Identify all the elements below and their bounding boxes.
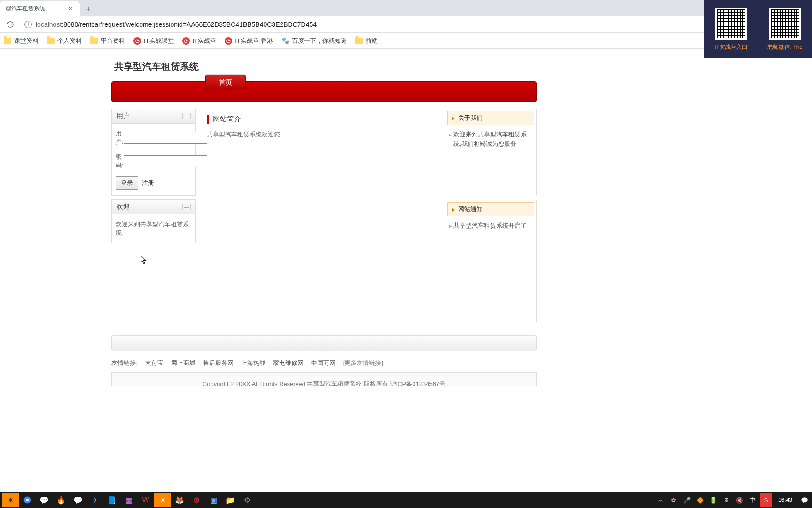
tray-network-icon[interactable]: 🖥 [721,493,732,507]
tray-notifications-icon[interactable]: 💬 [799,493,810,507]
nav-bar [111,81,537,102]
taskbar-chrome-icon[interactable] [19,493,36,507]
password-label: 密码: [116,153,124,170]
password-input[interactable] [124,155,207,167]
browser-tab[interactable]: 型汽车租赁系统 × [0,1,80,16]
taskbar-settings-icon[interactable]: ⚙ [239,493,256,507]
bookmark-link[interactable]: ◔IT实战课堂 [133,37,174,45]
friend-link[interactable]: 售后服务网 [203,359,234,367]
footer-separator: | [111,335,537,351]
site-icon: ◔ [225,37,232,45]
folder-icon [47,38,55,44]
taskbar-app-icon[interactable]: 💬 [70,493,86,507]
tray-battery-icon[interactable]: 🔋 [708,493,719,507]
taskbar-clock[interactable]: 16:43 [773,497,797,503]
login-button[interactable]: 登录 [116,176,138,190]
panel-header-welcome: 欢迎 — [112,200,195,214]
url-display[interactable]: localhost:8080/rentcar/request/welcome;j… [36,21,317,28]
friend-link[interactable]: 支付宝 [145,359,164,367]
folder-icon [90,38,98,44]
tray-volume-icon[interactable]: 🔇 [734,493,745,507]
site-icon: ◔ [182,37,190,45]
tray-icon[interactable]: 🔶 [695,493,706,507]
welcome-text: 欢迎来到共享型汽车租赁系统 [116,221,189,236]
qr-code-icon [715,8,747,40]
site-title: 共享型汽车租赁系统 [114,60,537,73]
collapse-icon[interactable]: — [182,113,191,119]
more-friend-links[interactable]: [更多友情链接] [343,359,383,367]
friend-link[interactable]: 家电维修网 [273,359,304,367]
user-login-panel: 用户 — 用户: 密码: 登录 [111,109,196,196]
qr-label: IT实战营入口 [714,43,748,51]
site-icon: ◔ [133,37,141,45]
collapse-icon[interactable]: — [182,204,191,210]
bookmark-folder[interactable]: 课堂资料 [4,37,39,45]
accent-bar [207,115,209,124]
taskbar-wechat-icon[interactable]: 💬 [36,493,53,507]
qr-overlay: IT实战营入口 老师微信: hhc [704,0,812,58]
bookmarks-bar: 课堂资料 个人资料 平台资料 ◔IT实战课堂 ◔IT实战营 ◔IT实战营-香港 … [0,33,812,49]
username-label: 用户: [116,129,124,146]
tray-ime-icon[interactable]: 中 [747,493,758,507]
bullet-icon: ▸ [449,131,452,148]
reload-button[interactable] [4,18,17,31]
taskbar-app-icon[interactable]: ✷ [2,493,19,507]
tray-sogou-icon[interactable]: S [760,493,772,507]
taskbar-wps-icon[interactable]: W [137,493,154,507]
notice-header: ▶ 网站通知 [447,202,534,216]
welcome-panel: 欢迎 — 欢迎来到共享型汽车租赁系统 [111,199,196,243]
about-us-header: ▶ 关于我们 [447,111,534,125]
taskbar-app-icon[interactable]: 📘 [103,493,120,507]
bullet-icon: ▸ [449,222,452,230]
taskbar-app-icon[interactable]: 🔥 [53,493,70,507]
close-tab-icon[interactable]: × [67,5,74,12]
tab-title: 型汽车租赁系统 [6,5,67,13]
browser-tab-strip: 型汽车租赁系统 × + [0,0,812,16]
bookmark-link[interactable]: 🐾百度一下，你就知道 [281,37,347,45]
qr-code-icon [769,8,801,40]
friend-links: 友情链接: 支付宝 网上商城 售后服务网 上海热线 家电维修网 中国万网 [更多… [111,359,537,367]
intro-text: 共享型汽车租赁系统欢迎您 [207,130,434,139]
qr-label: 老师微信: hhc [767,43,802,51]
username-input[interactable] [124,132,207,144]
taskbar: ✷ 💬 🔥 💬 ✈ 📘 ▦ W ✷ 🦊 ❻ ▣ 📁 ⚙ ︿ ✿ 🎤 🔶 🔋 🖥 … [0,492,812,508]
new-tab-button[interactable]: + [82,3,95,16]
taskbar-intellij-icon[interactable]: ▦ [120,493,137,507]
svg-point-1 [26,499,29,501]
arrow-icon: ▶ [452,207,455,212]
main-nav: 首页 [111,81,537,102]
baidu-icon: 🐾 [281,37,289,45]
folder-icon [4,38,11,44]
taskbar-app-icon[interactable]: ✈ [86,493,103,507]
friend-link[interactable]: 中国万网 [311,359,336,367]
copyright: Copyright 2 20XX All Rights Reserved 共享型… [111,372,537,386]
taskbar-firefox-icon[interactable]: 🦊 [171,493,188,507]
register-link[interactable]: 注册 [142,179,154,187]
taskbar-explorer-icon[interactable]: 📁 [222,493,239,507]
arrow-icon: ▶ [452,116,455,121]
intro-panel: 网站简介 共享型汽车租赁系统欢迎您 [201,109,440,320]
taskbar-app-icon[interactable]: ✷ [154,493,171,507]
site-info-icon[interactable]: i [24,21,32,28]
bookmark-link[interactable]: ◔IT实战营-香港 [225,37,273,45]
about-us-text: 欢迎来到共享型汽车租赁系统,我们将竭诚为您服务 [453,130,532,148]
page-content: 共享型汽车租赁系统 首页 用户 — 用户: [0,49,812,386]
address-bar: i localhost:8080/rentcar/request/welcome… [0,16,812,33]
friend-link[interactable]: 上海热线 [241,359,265,367]
bookmark-folder[interactable]: 前端 [355,37,378,45]
folder-icon [355,38,363,44]
friend-link[interactable]: 网上商城 [171,359,195,367]
bookmark-link[interactable]: ◔IT实战营 [182,37,217,45]
nav-home-tab[interactable]: 首页 [205,75,246,90]
notice-panel: ▶ 网站通知 ▸ 共享型汽车租赁系统开启了 [445,200,537,322]
taskbar-netease-icon[interactable]: ❻ [188,493,205,507]
tray-icon[interactable]: ✿ [668,493,679,507]
taskbar-app-icon[interactable]: ▣ [205,493,222,507]
notice-text: 共享型汽车租赁系统开启了 [453,221,527,230]
bookmark-folder[interactable]: 个人资料 [47,37,82,45]
tray-expand-icon[interactable]: ︿ [655,496,666,504]
bookmark-folder[interactable]: 平台资料 [90,37,125,45]
friend-links-label: 友情链接: [111,359,138,367]
panel-header-user: 用户 — [112,109,195,124]
tray-mic-icon[interactable]: 🎤 [681,493,693,507]
